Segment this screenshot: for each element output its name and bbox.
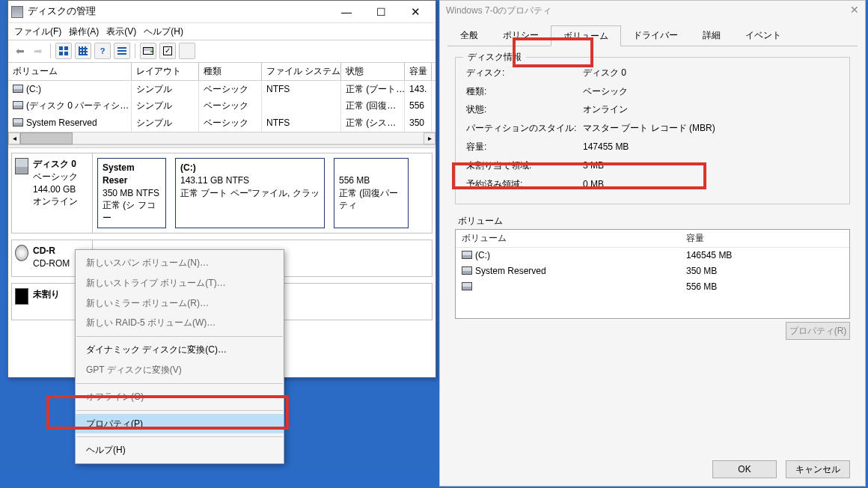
scroll-track[interactable] — [73, 132, 424, 144]
property-value: 147455 MB — [583, 141, 839, 159]
menu-action[interactable]: 操作(A) — [69, 25, 99, 38]
minimize-button[interactable]: — — [329, 1, 364, 22]
horizontal-scrollbar[interactable]: ◂ ▸ — [8, 132, 435, 144]
volume-list: ボリューム レイアウト 種類 ファイル システム 状態 容量 (C:)シンプルベ… — [8, 63, 435, 144]
col-fs[interactable]: ファイル システム — [262, 63, 341, 80]
grid2-icon — [79, 46, 88, 55]
col-state[interactable]: 状態 — [341, 63, 405, 80]
volumes-listbox[interactable]: ボリューム 容量 (C:)146545 MBSystem Reserved350… — [455, 229, 850, 319]
maximize-button[interactable]: ☐ — [364, 1, 398, 22]
ok-button[interactable]: OK — [712, 460, 777, 478]
help-icon: ? — [100, 46, 106, 57]
drive-icon — [13, 101, 23, 109]
volume-row[interactable]: (C:)シンプルベーシックNTFS正常 (ブート…143. — [8, 81, 435, 98]
toolbar-list-button[interactable] — [114, 43, 130, 59]
disk-icon — [15, 288, 28, 305]
volume-item[interactable]: 556 MB — [456, 279, 849, 295]
menu-item: 新しいストライプ ボリューム(T)… — [76, 273, 284, 293]
property-value: ベーシック — [583, 85, 839, 104]
menu-help[interactable]: ヘルプ(H) — [144, 25, 183, 38]
menu-item: 新しい RAID-5 ボリューム(W)… — [76, 313, 284, 333]
window-title: ディスクの管理 — [28, 4, 96, 18]
properties-tabs: 全般 ポリシー ボリューム ドライバー 詳細 イベント — [447, 25, 858, 46]
toolbar-disk-button[interactable] — [140, 43, 156, 59]
property-row: 未割り当て領域:3 MB — [466, 159, 839, 178]
list-icon — [117, 47, 126, 55]
menu-view[interactable]: 表示(V) — [106, 25, 136, 38]
property-value: マスター ブート レコード (MBR) — [583, 122, 839, 141]
menu-item: GPT ディスクに変換(V) — [76, 360, 284, 380]
col-layout[interactable]: レイアウト — [132, 63, 199, 80]
grid-icon — [59, 46, 68, 55]
volume-row[interactable]: (ディスク 0 パーティシ…シンプルベーシック正常 (回復…556 — [8, 97, 435, 115]
volume-row[interactable]: System ReservedシンプルベーシックNTFS正常 (シス…350 — [8, 115, 435, 132]
toolbar-grid2-button[interactable] — [75, 43, 91, 59]
volume-list-header[interactable]: ボリューム レイアウト 種類 ファイル システム 状態 容量 — [8, 63, 435, 81]
menu-separator — [76, 410, 283, 411]
tab-details[interactable]: 詳細 — [690, 25, 733, 46]
partition[interactable]: System Reser350 MB NTFS正常 (シ フコー — [97, 158, 166, 228]
volume-item[interactable]: (C:)146545 MB — [456, 248, 849, 263]
partition[interactable]: 556 MB正常 (回復パーティ — [334, 158, 409, 228]
drive-icon — [13, 85, 23, 93]
menu-item: 新しいミラー ボリューム(R)… — [76, 293, 284, 314]
tab-general[interactable]: 全般 — [447, 25, 491, 46]
property-value: 0 MB — [583, 178, 839, 197]
disk-icon — [15, 245, 28, 261]
tab-events[interactable]: イベント — [733, 25, 794, 46]
titlebar[interactable]: ディスクの管理 — ☐ ✕ — [8, 1, 435, 23]
properties-titlebar[interactable]: Windows 7-0のプロパティ ✕ — [440, 1, 865, 20]
volume-item[interactable]: System Reserved350 MB — [456, 263, 849, 279]
scroll-left-button[interactable]: ◂ — [8, 132, 20, 144]
vol-header-cap[interactable]: 容量 — [680, 230, 849, 247]
toolbar-grid1-button[interactable] — [55, 43, 72, 59]
diskmgmt-icon — [11, 6, 23, 18]
property-row: 予約済み領域:0 MB — [466, 178, 839, 197]
property-key: 容量: — [466, 141, 583, 153]
menubar: ファイル(F) 操作(A) 表示(V) ヘルプ(H) — [8, 23, 435, 40]
col-cap[interactable]: 容量 — [405, 63, 432, 80]
menu-item[interactable]: プロパティ(P) — [76, 414, 284, 434]
toolbar-check-button[interactable] — [159, 43, 176, 59]
menu-item[interactable]: ダイナミック ディスクに変換(C)… — [76, 340, 284, 360]
properties-close-button[interactable]: ✕ — [850, 3, 859, 18]
scroll-right-button[interactable]: ▸ — [424, 132, 435, 144]
tab-volume[interactable]: ボリューム — [551, 25, 621, 46]
back-button[interactable]: ⬅ — [11, 44, 29, 59]
drive-icon — [13, 118, 23, 126]
property-key: ディスク: — [466, 67, 583, 79]
scroll-thumb[interactable] — [20, 132, 73, 144]
disk-row[interactable]: ディスク 0ベーシック144.00 GBオンラインSystem Reser350… — [11, 153, 433, 234]
dialog-button-row: OK キャンセル — [440, 460, 865, 478]
vol-header-name[interactable]: ボリューム — [456, 230, 680, 247]
disk-context-menu: 新しいスパン ボリューム(N)…新しいストライプ ボリューム(T)…新しいミラー… — [75, 249, 284, 464]
menu-file[interactable]: ファイル(F) — [14, 25, 61, 38]
property-row: 種類:ベーシック — [466, 85, 839, 104]
partition[interactable]: (C:)143.11 GB NTFS正常 ブート ペー"ファイル, クラッ — [175, 158, 325, 228]
property-value: 3 MB — [583, 159, 839, 178]
drive-icon — [462, 251, 472, 259]
disk-info-legend: ディスク情報 — [463, 51, 526, 64]
volume-properties-button[interactable]: プロパティ(R) — [786, 322, 850, 340]
drive-icon — [462, 282, 472, 290]
toolbar-help-button[interactable]: ? — [94, 43, 111, 59]
disk-info-fieldset: ディスク情報 ディスク:ディスク 0種類:ベーシック状態:オンラインパーティショ… — [455, 57, 850, 205]
property-key: パーティションのスタイル: — [466, 122, 583, 135]
disk-header[interactable]: ディスク 0ベーシック144.00 GBオンライン — [12, 153, 93, 233]
disk-icon — [15, 158, 28, 174]
menu-separator — [76, 436, 283, 437]
forward-button[interactable]: ➡ — [29, 44, 47, 59]
menu-item[interactable]: ヘルプ(H) — [76, 440, 284, 460]
property-row: ディスク:ディスク 0 — [466, 67, 839, 85]
toolbar-blank-button[interactable] — [179, 43, 195, 59]
property-row: 状態:オンライン — [466, 103, 839, 122]
volumes-section-label: ボリューム — [458, 215, 847, 228]
col-type[interactable]: 種類 — [199, 63, 262, 80]
col-volume[interactable]: ボリューム — [8, 63, 132, 80]
tab-policy[interactable]: ポリシー — [490, 25, 551, 46]
tab-driver[interactable]: ドライバー — [620, 25, 691, 46]
cancel-button[interactable]: キャンセル — [786, 460, 850, 478]
property-row: パーティションのスタイル:マスター ブート レコード (MBR) — [466, 122, 839, 141]
property-value: ディスク 0 — [583, 67, 839, 85]
close-button[interactable]: ✕ — [398, 1, 433, 22]
